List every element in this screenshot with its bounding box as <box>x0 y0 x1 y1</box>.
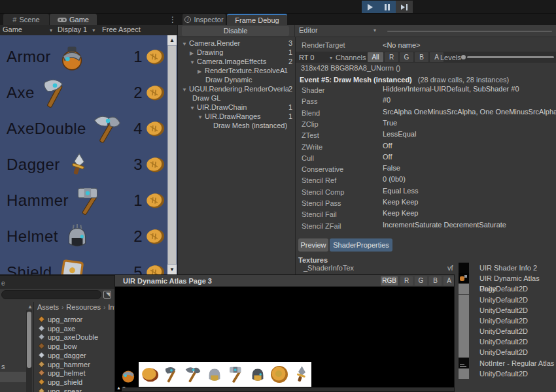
list-item-armor[interactable]: Armor 1 <box>7 39 167 74</box>
scrollbar-thumb[interactable] <box>27 312 31 368</box>
channel-r-button[interactable]: R <box>400 276 413 286</box>
channel-b-button[interactable]: B <box>415 52 428 62</box>
asset-item[interactable]: upg_axe <box>38 325 116 333</box>
scrollbar-thumb[interactable] <box>168 46 176 264</box>
scroll-up-button[interactable]: ▲ <box>167 35 177 45</box>
chevron-down-icon[interactable]: ▾ <box>330 55 332 61</box>
list-item-axe[interactable]: Axe 2 <box>7 74 167 110</box>
list-item-axedouble[interactable]: AxeDouble 4 <box>7 110 167 146</box>
levels-slider-track[interactable] <box>467 56 554 58</box>
tab-game[interactable]: Game <box>50 14 97 25</box>
tree-row[interactable]: ▼Camera.ImageEffects2 <box>178 57 295 66</box>
tree-row[interactable]: ▼UIR.DrawRanges1 <box>178 112 295 121</box>
frame-scrubber-slider[interactable] <box>387 31 552 32</box>
disable-button[interactable]: Disable <box>182 26 289 36</box>
editor-dropdown[interactable]: Editor ▾ <box>299 26 376 34</box>
asset-item[interactable]: upg_armor <box>38 316 116 324</box>
divider <box>294 25 295 37</box>
list-item-shield[interactable]: Shield 5 <box>7 254 167 274</box>
property-row: Stencil FailKeep Keep <box>296 208 556 219</box>
aspect-dropdown[interactable]: Free Aspect <box>102 25 141 33</box>
atlas-window-title: UIR Dynamic Atlas Page 3 <box>123 277 212 285</box>
channel-r-button[interactable]: R <box>385 52 398 62</box>
asset-item[interactable]: upg_helmet <box>38 369 116 378</box>
atlas-window-titlebar[interactable]: UIR Dynamic Atlas Page 3 RGB R G B A <box>115 275 455 287</box>
tab-inspector[interactable]: i Inspector <box>182 14 226 25</box>
tree-row[interactable]: ▶RenderTexture.ResolveA1 <box>178 66 290 75</box>
breadcrumb-assets[interactable]: Assets <box>37 303 59 311</box>
game-view-toolbar: Game▾ Display 1▾ Free Aspect <box>0 25 178 35</box>
texture-thumbnail[interactable] <box>459 263 469 273</box>
channel-rgb-button[interactable]: RGB <box>381 276 398 286</box>
tree-row[interactable]: Draw Mesh (instanced) <box>178 121 295 130</box>
pick-window-icon[interactable]: ◥ <box>103 291 111 299</box>
scroll-down-button[interactable]: ▼ <box>167 265 177 274</box>
selected-folder-row[interactable] <box>0 372 26 382</box>
tree-row[interactable]: ▼Camera.Render3 <box>178 39 295 48</box>
texture-thumbnail[interactable] <box>459 336 469 347</box>
tab-strip: # Scene Game ⋮ i Inspector Frame Debug <box>0 14 556 25</box>
texture-thumbnail[interactable] <box>459 273 469 284</box>
foldout-open-icon[interactable]: ▼ <box>190 58 197 66</box>
texture-thumbnail[interactable] <box>459 284 469 294</box>
foldout-open-icon[interactable]: ▼ <box>182 86 189 93</box>
tree-row[interactable]: ▼UIR.DrawChain1 <box>178 103 295 112</box>
play-button[interactable] <box>362 1 379 13</box>
atlas-sprite-hammer <box>225 362 247 387</box>
channel-a-button[interactable]: A <box>443 276 455 286</box>
preview-button[interactable]: Preview <box>298 238 328 252</box>
property-row: Pass#0 <box>296 95 556 106</box>
levels-slider-knob[interactable] <box>461 55 466 59</box>
list-item-helmet[interactable]: Helmet 2 <box>7 218 167 254</box>
tree-row[interactable]: ▼UGUI.Rendering.RenderOverla2 <box>178 84 295 93</box>
list-item-dagger[interactable]: Dagger 3 <box>7 146 167 182</box>
asset-item[interactable]: upg_axeDouble <box>38 333 116 342</box>
tab-frame-debug[interactable]: Frame Debug <box>227 14 287 25</box>
asset-item[interactable]: upg_hammer <box>38 361 116 369</box>
texture-row[interactable]: _ShaderInfoTex vf UIR Shader Info 2 <box>296 263 556 273</box>
asset-item[interactable]: upg_bow <box>38 342 116 351</box>
asset-item[interactable]: upg_spear <box>38 387 116 392</box>
foldout-open-icon[interactable]: ▼ <box>198 113 205 121</box>
pause-icon <box>385 4 387 10</box>
property-row: ShaderHidden/Internal-UIRDefault, SubSha… <box>296 84 556 95</box>
texture-thumbnail[interactable] <box>459 305 469 316</box>
foldout-closed-icon[interactable]: ▶ <box>198 67 205 75</box>
shader-properties-button[interactable]: ShaderProperties <box>330 238 392 252</box>
texture-thumbnail[interactable] <box>459 316 469 326</box>
texture-thumbnail[interactable] <box>459 326 469 336</box>
kebab-menu-icon[interactable]: ⋮ <box>169 15 177 24</box>
foldout-open-icon[interactable]: ▼ <box>182 40 189 48</box>
scroll-up-icon[interactable]: ▲ <box>27 304 33 310</box>
tree-row[interactable]: Draw GL <box>178 93 295 103</box>
step-button[interactable] <box>396 1 413 13</box>
game-scrollbar[interactable]: ▲ ▼ <box>167 35 177 274</box>
channel-b-button[interactable]: B <box>429 276 442 286</box>
display-dropdown[interactable]: Display 1▾ <box>58 25 95 33</box>
rt-dropdown[interactable]: RT 0 <box>299 54 314 61</box>
channel-all-button[interactable]: All <box>368 52 383 62</box>
texture-thumbnail[interactable] <box>459 358 469 368</box>
axedouble-sprite-icon <box>90 112 124 146</box>
tab-scene[interactable]: # Scene <box>3 14 49 25</box>
asset-item[interactable]: upg_dagger <box>38 351 116 360</box>
channel-g-button[interactable]: G <box>400 52 413 62</box>
search-input[interactable] <box>1 290 101 299</box>
list-item-hammer[interactable]: Hammer 1 <box>7 182 167 218</box>
asset-item[interactable]: upg_shield <box>38 378 116 387</box>
project-tree-scrollbar[interactable] <box>26 310 32 392</box>
atlas-sprite-coin <box>139 362 160 387</box>
tree-row[interactable]: Draw Dynamic <box>178 75 295 84</box>
channel-g-button[interactable]: G <box>415 276 427 286</box>
texture-thumbnail[interactable] <box>459 368 469 379</box>
texture-thumbnail[interactable] <box>459 347 469 357</box>
event-stats: (28 draw calls, 28 instances) <box>418 76 509 84</box>
foldout-closed-icon[interactable]: ▶ <box>190 49 197 57</box>
foldout-open-icon[interactable]: ▼ <box>190 104 197 112</box>
pause-button[interactable] <box>379 1 396 13</box>
property-row: ZTestLessEqual <box>296 129 556 140</box>
texture-thumbnail[interactable] <box>459 295 469 305</box>
tree-row[interactable]: ▶Drawing1 <box>178 48 295 57</box>
render-target-dropdown[interactable]: Game▾ <box>3 25 52 33</box>
breadcrumb-resources[interactable]: Resources <box>66 303 101 311</box>
